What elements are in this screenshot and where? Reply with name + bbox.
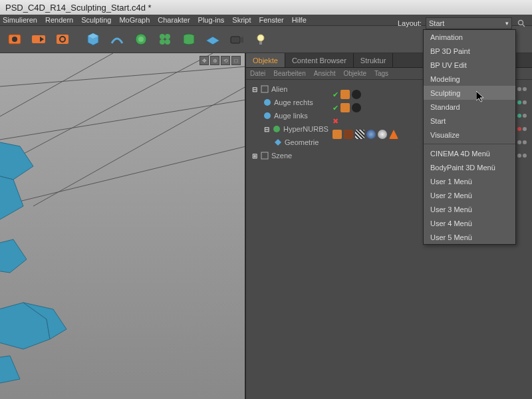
rotate-icon[interactable]: ⟲ — [221, 56, 230, 65]
check-icon[interactable]: ✔ — [332, 104, 338, 112]
polygon-icon — [274, 138, 282, 146]
viewport[interactable]: ✥ ⊕ ⟲ □ — [0, 53, 246, 399]
warning-icon[interactable] — [389, 130, 398, 139]
menu-item[interactable]: Bearbeiten — [273, 70, 305, 77]
menu-item[interactable]: Datei — [250, 70, 265, 77]
cross-icon[interactable]: ✖ — [332, 117, 338, 126]
svg-line-1 — [523, 25, 525, 27]
dropdown-item[interactable]: BP UV Edit — [424, 58, 515, 72]
array-icon[interactable] — [154, 29, 176, 50]
svg-point-14 — [257, 35, 264, 41]
dropdown-item[interactable]: Start — [424, 114, 515, 128]
svg-point-9 — [160, 34, 165, 39]
material-tag-icon[interactable] — [352, 103, 361, 112]
dropdown-item[interactable]: CINEMA 4D Menü — [424, 146, 515, 160]
render-region-icon[interactable] — [28, 29, 49, 50]
tag-icon[interactable] — [344, 130, 353, 139]
null-icon — [261, 152, 269, 160]
floor-icon[interactable] — [202, 29, 223, 50]
svg-rect-13 — [231, 37, 240, 43]
tag-icon[interactable] — [332, 130, 342, 139]
dropdown-item[interactable]: User 3 Menü — [424, 202, 515, 216]
dropdown-item[interactable]: Modeling — [424, 72, 515, 86]
material-tag-icon[interactable] — [378, 130, 387, 139]
dropdown-item[interactable]: User 2 Menü — [424, 188, 515, 202]
menu-item[interactable]: Sculpting — [81, 16, 111, 24]
tab-content-browser[interactable]: Content Browser — [285, 53, 354, 67]
spline-icon[interactable] — [106, 29, 128, 50]
tag-icon[interactable] — [340, 103, 350, 112]
svg-point-10 — [165, 34, 170, 39]
maximize-icon[interactable]: □ — [231, 56, 241, 65]
svg-point-11 — [160, 39, 165, 45]
material-tag-icon[interactable] — [366, 130, 376, 139]
menu-item[interactable]: MoGraph — [119, 16, 150, 24]
light-icon[interactable] — [250, 29, 271, 50]
window-title: PSD_C4D_R14_Sculpting_Start.c4d * — [5, 3, 152, 13]
sphere-icon — [263, 98, 271, 106]
dropdown-item[interactable]: User 5 Menü — [424, 230, 515, 244]
dropdown-item[interactable]: Animation — [424, 30, 515, 44]
tag-icon[interactable] — [340, 90, 350, 99]
separator — [424, 144, 515, 144]
null-icon — [261, 85, 269, 93]
zoom-icon[interactable]: ⊕ — [210, 56, 219, 65]
render-settings-icon[interactable] — [52, 29, 73, 50]
material-tag-icon[interactable] — [352, 90, 361, 99]
dropdown-item[interactable]: Sculpting — [424, 86, 515, 100]
collapse-icon[interactable]: ⊟ — [263, 126, 270, 133]
dropdown-item[interactable]: BodyPaint 3D Menü — [424, 160, 515, 174]
dropdown-item[interactable]: Standard — [424, 100, 515, 114]
svg-point-3 — [12, 37, 17, 42]
collapse-icon[interactable]: ⊟ — [251, 86, 258, 93]
cube-icon[interactable] — [82, 29, 104, 50]
deformer-icon[interactable] — [178, 29, 200, 50]
svg-line-17 — [0, 100, 246, 140]
dropdown-item[interactable]: Visualize — [424, 128, 515, 142]
tab-objects[interactable]: Objekte — [246, 53, 285, 67]
svg-point-8 — [138, 37, 144, 42]
menu-item[interactable]: Plug-ins — [198, 16, 225, 24]
menu-item[interactable]: Hilfe — [292, 16, 307, 24]
svg-rect-15 — [259, 41, 262, 45]
render-icon[interactable] — [4, 29, 25, 50]
hypernurbs-icon — [273, 125, 281, 133]
dropdown-item[interactable]: User 4 Menü — [424, 216, 515, 230]
tag-icon[interactable] — [355, 130, 364, 139]
titlebar: PSD_C4D_R14_Sculpting_Start.c4d * — [0, 0, 532, 15]
dropdown-item[interactable]: User 1 Menü — [424, 174, 515, 188]
tag-column: ✔ ✔ ✖ — [332, 74, 398, 141]
svg-rect-26 — [261, 152, 268, 159]
search-icon[interactable] — [516, 18, 527, 29]
viewport-controls: ✥ ⊕ ⟲ □ — [200, 56, 241, 65]
sphere-icon — [263, 112, 271, 120]
menu-item[interactable]: Charakter — [158, 16, 190, 24]
check-icon[interactable]: ✔ — [332, 90, 338, 99]
svg-point-12 — [165, 39, 170, 45]
layout-label: Layout: — [398, 19, 422, 27]
nurbs-icon[interactable] — [130, 29, 152, 50]
svg-line-16 — [0, 66, 246, 86]
svg-point-24 — [264, 112, 271, 119]
expand-icon[interactable]: ⊞ — [251, 152, 258, 160]
layout-dropdown-menu: Animation BP 3D Paint BP UV Edit Modelin… — [423, 29, 516, 245]
svg-point-0 — [519, 21, 523, 25]
menu-item[interactable]: Simulieren — [3, 16, 37, 24]
svg-rect-22 — [261, 86, 268, 92]
menu-item[interactable]: Rendern — [45, 16, 73, 24]
pan-icon[interactable]: ✥ — [200, 56, 209, 65]
layout-selector: Layout: Start — [398, 17, 527, 29]
dropdown-item[interactable]: BP 3D Paint — [424, 44, 515, 58]
cursor-icon — [476, 91, 485, 103]
layout-dropdown[interactable]: Start — [426, 17, 512, 29]
camera-icon[interactable] — [226, 29, 247, 50]
tab-structure[interactable]: Struktur — [354, 53, 394, 67]
svg-point-23 — [264, 99, 271, 106]
svg-point-25 — [273, 126, 280, 132]
menu-item[interactable]: Fenster — [259, 16, 283, 24]
menu-item[interactable]: Skript — [232, 16, 251, 24]
